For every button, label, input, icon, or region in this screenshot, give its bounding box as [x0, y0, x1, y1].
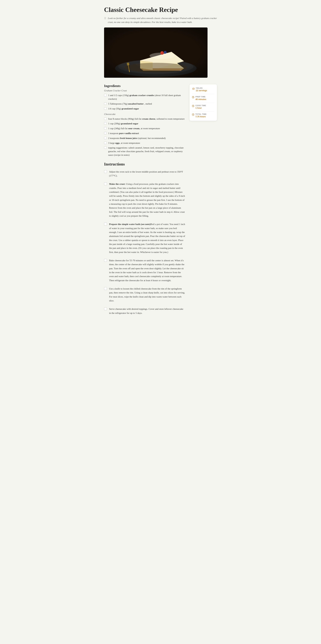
sidebar-divider	[192, 94, 214, 94]
ingredient-checkbox[interactable]	[104, 146, 107, 149]
instruction-text: Make the crust: Using a food processor, …	[109, 182, 185, 218]
total-time-value: 7.75 hours	[195, 115, 207, 118]
content-with-sidebar: Ingredients Graham Cracker Crust 1 and 1…	[104, 83, 217, 319]
instruction-item: Use a knife to loosen the chilled cheese…	[104, 287, 185, 302]
instruction-checkbox[interactable]	[104, 170, 107, 173]
ingredient-checkbox[interactable]	[104, 118, 107, 120]
cook-time-text: COOK TIME 1 hour	[195, 104, 206, 109]
ingredient-text: topping suggestions: salted caramel, lem…	[108, 146, 185, 157]
svg-line-29	[193, 97, 193, 98]
list-item: 1 and 1/2 cups (150g) graham cracker cru…	[104, 94, 185, 101]
ingredient-checkbox[interactable]	[104, 142, 107, 144]
ingredient-text: 1/4 cup (50g) granulated sugar	[108, 107, 139, 110]
yields-value: 12 servings	[196, 89, 207, 92]
ingredient-checkbox[interactable]	[104, 122, 107, 125]
instruction-checkbox[interactable]	[104, 182, 107, 185]
recipe-image-wrapper	[104, 28, 217, 78]
ingredients-section: Ingredients Graham Cracker Crust 1 and 1…	[104, 84, 185, 157]
list-item: 3 large eggs, at room temperature	[104, 141, 185, 145]
recipe-sidebar: YIELDS 12 servings PREP TIME 45 minutes	[189, 84, 217, 120]
instruction-text: Use a knife to loosen the chilled cheese…	[109, 287, 185, 302]
svg-line-32	[193, 106, 193, 106]
svg-rect-21	[104, 28, 207, 78]
total-time-label: TOTAL TIME	[195, 113, 207, 115]
ingredient-text: 1 cup (200g) granulated sugar	[108, 122, 138, 126]
cook-time-item: COOK TIME 1 hour	[192, 104, 214, 109]
ingredient-text: 3 large eggs, at room temperature	[108, 141, 140, 145]
instructions-heading: Instructions	[104, 162, 185, 166]
ingredient-checkbox[interactable]	[104, 132, 107, 134]
ingredients-heading: Ingredients	[104, 84, 185, 88]
prep-time-value: 45 minutes	[195, 98, 206, 101]
svg-line-35	[193, 114, 193, 115]
clock-icon-cook	[192, 105, 194, 108]
clock-icon	[192, 96, 194, 99]
instruction-checkbox[interactable]	[104, 259, 107, 262]
instruction-text: Serve cheesecake with desired toppings. …	[109, 307, 185, 315]
recipe-image	[104, 28, 207, 78]
yields-item: YIELDS 12 servings	[192, 87, 214, 92]
intro-block: ⠿ Look no further for a creamy and ultra…	[104, 16, 217, 24]
svg-line-25	[194, 88, 194, 89]
instruction-text: Prepare the simple water bath (see note)…	[109, 222, 185, 254]
page-title: Classic Cheesecake Recipe	[104, 6, 217, 14]
instruction-checkbox[interactable]	[104, 222, 107, 226]
list-item: 1 teaspoon pure vanilla extract	[104, 132, 185, 135]
list-item: 1/4 cup (50g) granulated sugar	[104, 107, 185, 110]
ingredient-text: 1 teaspoon pure vanilla extract	[108, 132, 139, 135]
ingredient-checkbox[interactable]	[104, 107, 107, 110]
ingredient-text: 2 teaspoons fresh lemon juice (optional,…	[108, 136, 166, 140]
total-time-text: TOTAL TIME 7.75 hours	[195, 113, 207, 118]
recipe-image-svg	[104, 28, 207, 78]
instructions-section: Instructions Adjust the oven rack to the…	[104, 162, 185, 315]
instruction-item: Bake cheesecake for 55-70 minutes or unt…	[104, 258, 185, 282]
intro-dots-icon: ⠿	[104, 17, 106, 20]
instruction-item: Make the crust: Using a food processor, …	[104, 182, 185, 218]
total-time-item: TOTAL TIME 7.75 hours	[192, 113, 214, 118]
instruction-checkbox[interactable]	[104, 287, 107, 290]
list-item: 1 cup (240g) full-fat sour cream, at roo…	[104, 127, 185, 130]
instruction-text: Adjust the oven rack to the lower-middle…	[109, 170, 185, 178]
instruction-item: Serve cheesecake with desired toppings. …	[104, 307, 185, 315]
ingredient-checkbox[interactable]	[104, 94, 107, 96]
list-item: topping suggestions: salted caramel, lem…	[104, 146, 185, 157]
ingredient-text: four 8-ounce blocks (904g) full-fat crea…	[108, 117, 185, 121]
intro-text: Look no further for a creamy and ultra s…	[108, 16, 217, 24]
prep-time-item: PREP TIME 45 minutes	[192, 96, 214, 100]
ingredient-checkbox[interactable]	[104, 137, 107, 139]
crust-ingredient-list: 1 and 1/2 cups (150g) graham cracker cru…	[104, 94, 185, 110]
ingredient-checkbox[interactable]	[104, 102, 107, 105]
ingredient-checkbox[interactable]	[104, 127, 107, 130]
ingredient-text: 5 Tablespoons (70g) unsalted butter , me…	[108, 102, 152, 106]
yields-text: YIELDS 12 servings	[196, 87, 207, 92]
yields-label: YIELDS	[196, 87, 207, 89]
list-item: four 8-ounce blocks (904g) full-fat crea…	[104, 117, 185, 121]
instruction-checkbox[interactable]	[104, 308, 107, 310]
svg-line-26	[194, 89, 194, 90]
prep-time-text: PREP TIME 45 minutes	[195, 96, 206, 100]
crust-subsection-label: Graham Cracker Crust	[104, 89, 185, 92]
ingredient-text: 1 cup (240g) full-fat sour cream, at roo…	[108, 127, 160, 130]
prep-time-label: PREP TIME	[195, 96, 206, 98]
ingredient-text: 1 and 1/2 cups (150g) graham cracker cru…	[108, 94, 185, 101]
list-item: 1 cup (200g) granulated sugar	[104, 122, 185, 126]
clock-icon-total	[192, 114, 194, 116]
cook-time-value: 1 hour	[195, 106, 206, 109]
cook-time-label: COOK TIME	[195, 104, 206, 106]
filling-subsection-label: Cheesecake	[104, 113, 185, 116]
filling-ingredient-list: four 8-ounce blocks (904g) full-fat crea…	[104, 117, 185, 157]
main-content: Ingredients Graham Cracker Crust 1 and 1…	[104, 83, 185, 319]
list-item: 5 Tablespoons (70g) unsalted butter , me…	[104, 102, 185, 106]
instruction-item: Adjust the oven rack to the lower-middle…	[104, 170, 185, 178]
list-item: 2 teaspoons fresh lemon juice (optional,…	[104, 136, 185, 140]
instruction-item: Prepare the simple water bath (see note)…	[104, 222, 185, 254]
sidebar-divider	[192, 103, 214, 103]
instruction-text: Bake cheesecake for 55-70 minutes or unt…	[109, 258, 185, 282]
yields-icon	[192, 88, 194, 90]
